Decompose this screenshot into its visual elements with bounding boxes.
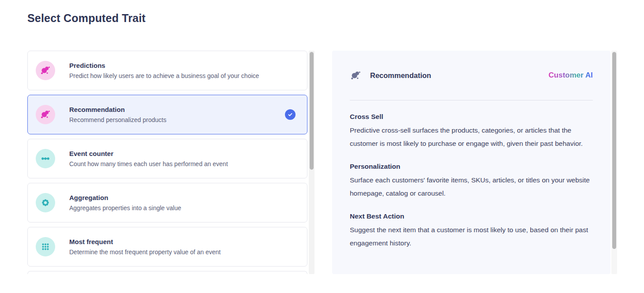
detail-panel-scrollbar[interactable]	[611, 51, 617, 274]
aggregation-icon	[36, 193, 55, 212]
list-item-predictions[interactable]: Predictions Predict how likely users are…	[27, 51, 307, 90]
section-heading: Cross Sell	[350, 113, 593, 121]
trait-description: Count how many times each user has perfo…	[69, 160, 228, 167]
detail-panel-scrollbar-thumb[interactable]	[612, 52, 616, 249]
list-item-partial[interactable]	[27, 271, 307, 274]
trait-description: Recommend personalized products	[69, 116, 166, 123]
divider	[350, 100, 593, 100]
trait-title: Most frequent	[69, 238, 221, 245]
trait-list: Predictions Predict how likely users are…	[27, 51, 307, 274]
customer-ai-badge: Customer AI	[549, 71, 593, 80]
detail-panel: Recommendation Customer AI Cross Sell Pr…	[332, 51, 610, 274]
trait-description: Determine the most frequent property val…	[69, 248, 221, 256]
section-heading: Personalization	[350, 163, 593, 171]
list-item-aggregation[interactable]: Aggregation Aggregates properties into a…	[27, 183, 307, 223]
trait-list-scrollbar-thumb[interactable]	[310, 52, 314, 170]
section-body: Surface each customers' favorite items, …	[350, 174, 592, 200]
section-cross-sell: Cross Sell Predictive cross-sell surface…	[350, 113, 593, 150]
cluster-icon	[36, 61, 55, 80]
trait-title: Event counter	[69, 150, 228, 157]
trait-list-scrollbar[interactable]	[309, 51, 315, 274]
section-personalization: Personalization Surface each customers' …	[350, 163, 593, 200]
section-body: Suggest the next item that a customer is…	[350, 223, 592, 250]
event-counter-icon	[36, 149, 55, 168]
section-next-best-action: Next Best Action Suggest the next item t…	[350, 212, 593, 250]
list-item-event-counter[interactable]: Event counter Count how many times each …	[27, 139, 307, 178]
section-body: Predictive cross-sell surfaces the produ…	[350, 124, 592, 150]
trait-description: Predict how likely users are to achieve …	[69, 72, 259, 79]
cluster-icon	[36, 105, 55, 124]
trait-title: Predictions	[69, 62, 259, 69]
trait-title: Aggregation	[69, 194, 181, 201]
cluster-icon	[350, 70, 362, 82]
detail-panel-header: Recommendation Customer AI	[350, 68, 593, 82]
trait-title: Recommendation	[69, 106, 166, 113]
dot-grid-icon	[36, 237, 55, 256]
list-item-most-frequent[interactable]: Most frequent Determine the most frequen…	[27, 227, 307, 267]
selected-check-icon	[285, 109, 296, 120]
page-title: Select Computed Trait	[27, 12, 146, 25]
section-heading: Next Best Action	[350, 212, 593, 220]
detail-panel-title: Recommendation	[370, 71, 431, 80]
list-item-recommendation[interactable]: Recommendation Recommend personalized pr…	[27, 95, 307, 134]
trait-description: Aggregates properties into a single valu…	[69, 204, 181, 211]
